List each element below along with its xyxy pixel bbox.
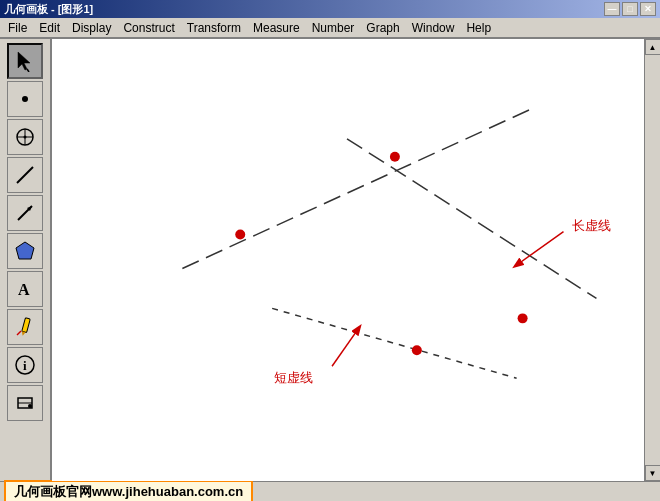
- scroll-track-right[interactable]: [645, 55, 661, 465]
- line-tool[interactable]: [7, 157, 43, 193]
- minimize-button[interactable]: —: [604, 2, 620, 16]
- menu-transform[interactable]: Transform: [181, 19, 247, 37]
- svg-point-19: [28, 404, 32, 408]
- canvas-svg: [52, 39, 644, 481]
- short-dash-arrow: [332, 326, 360, 366]
- long-dash-label: 长虚线: [572, 217, 611, 235]
- svg-marker-10: [16, 242, 34, 259]
- svg-text:A: A: [18, 281, 30, 298]
- svg-line-14: [17, 331, 21, 335]
- more-tool[interactable]: [7, 385, 43, 421]
- menu-measure[interactable]: Measure: [247, 19, 306, 37]
- title-bar: 几何画板 - [图形1] — □ ✕: [0, 0, 660, 18]
- short-dash-line: [272, 308, 516, 378]
- menu-edit[interactable]: Edit: [33, 19, 66, 37]
- info-tool[interactable]: i: [7, 347, 43, 383]
- scroll-up-button[interactable]: ▲: [645, 39, 661, 55]
- scroll-down-button[interactable]: ▼: [645, 465, 661, 481]
- canvas-area[interactable]: 长虚线 短虚线: [52, 39, 644, 481]
- svg-rect-12: [22, 318, 30, 333]
- select-tool[interactable]: [7, 43, 43, 79]
- point-1: [235, 230, 245, 240]
- main-layout: A i: [0, 38, 660, 481]
- svg-line-7: [17, 167, 33, 183]
- long-dash-arrow: [515, 232, 564, 267]
- app-title: 几何画板 - [图形1]: [4, 2, 93, 17]
- menu-display[interactable]: Display: [66, 19, 117, 37]
- short-dash-label: 短虚线: [274, 369, 313, 387]
- long-dash-line-1: [182, 109, 531, 269]
- compass-tool[interactable]: [7, 119, 43, 155]
- menu-graph[interactable]: Graph: [360, 19, 405, 37]
- menu-window[interactable]: Window: [406, 19, 461, 37]
- point-tool[interactable]: [7, 81, 43, 117]
- polygon-tool[interactable]: [7, 233, 43, 269]
- point-4: [518, 313, 528, 323]
- toolbar: A i: [0, 39, 52, 481]
- menu-bar: File Edit Display Construct Transform Me…: [0, 18, 660, 38]
- status-bar: 几何画板官网www.jihehuaban.com.cn: [0, 481, 660, 501]
- pencil-tool[interactable]: [7, 309, 43, 345]
- close-button[interactable]: ✕: [640, 2, 656, 16]
- menu-file[interactable]: File: [2, 19, 33, 37]
- scrollbar-right: ▲ ▼: [644, 39, 660, 481]
- status-text: 几何画板官网www.jihehuaban.com.cn: [4, 480, 253, 502]
- point-3: [412, 345, 422, 355]
- maximize-button[interactable]: □: [622, 2, 638, 16]
- menu-help[interactable]: Help: [460, 19, 497, 37]
- menu-number[interactable]: Number: [306, 19, 361, 37]
- svg-marker-0: [18, 52, 30, 70]
- svg-point-2: [22, 96, 28, 102]
- text-tool[interactable]: A: [7, 271, 43, 307]
- svg-point-6: [24, 136, 27, 139]
- menu-construct[interactable]: Construct: [117, 19, 180, 37]
- point-2: [390, 152, 400, 162]
- svg-line-1: [27, 69, 29, 72]
- bottom-area: 几何画板官网www.jihehuaban.com.cn ◄ ►: [0, 481, 660, 501]
- long-dash-line-2: [347, 139, 596, 299]
- line-arrow-tool[interactable]: [7, 195, 43, 231]
- title-bar-buttons: — □ ✕: [604, 2, 656, 16]
- svg-text:i: i: [23, 358, 27, 373]
